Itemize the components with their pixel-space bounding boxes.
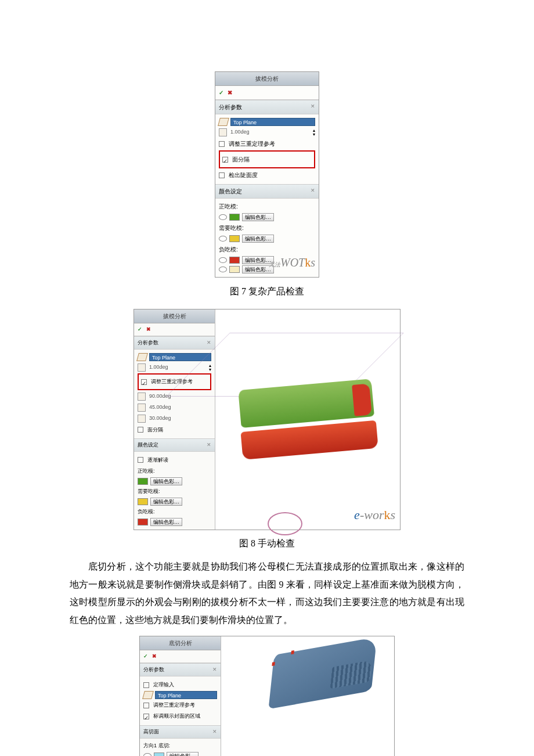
section-analysis-params: 分析参数 (134, 336, 215, 350)
highlight-checkbox[interactable] (143, 714, 149, 719)
figure-8-caption: 图 8 手动检查 (70, 535, 464, 552)
neg-draft-label: 负吃模: (138, 507, 211, 517)
section-color-settings: 颜色设定 (134, 438, 215, 452)
fig8-panel: 拔模分析 ✓ ✖ 分析参数 Top Plane 1.00deg▴▾ 调整三重定理… (134, 309, 215, 530)
adjust-ref-label: 调整三重定理参考 (229, 138, 275, 149)
fig8-viewport: e-works (215, 309, 400, 530)
highlighted-option: 面分隔 (219, 150, 315, 168)
coord-label: 定理输入 (153, 680, 174, 690)
need-draft-label: 需要吃模: (138, 487, 211, 496)
face-class-label: 面分隔 (147, 425, 163, 435)
d1-swatch[interactable] (154, 753, 164, 756)
model-top-half (268, 637, 377, 709)
adjust-label: 调整三重定理参考 (153, 700, 195, 710)
neg-draft-swatch[interactable] (229, 257, 240, 264)
d1-label: 方向1 底切: (143, 741, 217, 751)
edit-color-button[interactable]: 编辑色彩… (150, 477, 182, 485)
smooth-label: 逐渐解读 (147, 455, 168, 465)
fig9-viewport: e-works (221, 636, 394, 756)
figure-8: 拔模分析 ✓ ✖ 分析参数 Top Plane 1.00deg▴▾ 调整三重定理… (70, 307, 464, 530)
section-analysis-params: 分析参数 (215, 100, 319, 114)
spinner-icon[interactable]: ▴▾ (313, 128, 315, 136)
face-class-checkbox[interactable] (138, 427, 143, 433)
adjust-ref-checkbox[interactable] (141, 379, 147, 385)
angle-icon (138, 363, 146, 372)
adjust-ref-checkbox[interactable] (219, 141, 225, 147)
ok-icon[interactable]: ✓ (143, 653, 148, 659)
figure-7-caption: 图 7 复杂产品检查 (70, 283, 464, 300)
face-class-label: 面分隔 (232, 154, 250, 165)
plane-icon (136, 353, 148, 361)
smooth-checkbox[interactable] (138, 457, 143, 463)
panel-title: 拔模分析 (215, 72, 319, 86)
fig9-panel: 底切分析 ✓ ✖ 分析参数 定理输入 Top Plane 调整三重定理参考 标调… (140, 636, 221, 756)
figure-9: 底切分析 ✓ ✖ 分析参数 定理输入 Top Plane 调整三重定理参考 标调… (70, 633, 464, 756)
angle-value[interactable]: 1.00deg (229, 127, 311, 137)
direction-field[interactable]: Top Plane (230, 118, 315, 126)
panel-actions: ✓ ✖ (215, 86, 319, 100)
steep-row: 检出陡面度 (219, 170, 315, 181)
cancel-icon[interactable]: ✖ (146, 326, 151, 332)
steep-checkbox[interactable] (219, 172, 225, 178)
direction-field[interactable]: Top Plane (155, 691, 217, 699)
direction-row: Top Plane (219, 118, 315, 126)
tray-model (238, 379, 377, 460)
plane-icon (142, 691, 154, 699)
edit-color-button[interactable]: 编辑色彩… (242, 213, 274, 221)
eye-icon[interactable] (143, 753, 151, 756)
section-undercut-faces: 高切面 (140, 725, 221, 739)
edit-color-button[interactable]: 编辑色彩… (150, 518, 182, 526)
highlight-label: 标调顺示封面的区域 (153, 711, 200, 721)
edit-color-button[interactable]: 编辑色彩… (150, 498, 182, 506)
eye-icon[interactable] (219, 236, 227, 242)
figure-7: 拔模分析 ✓ ✖ 分析参数 Top Plane 1.00deg ▴▾ 调整三重定… (70, 71, 464, 278)
neg-swatch[interactable] (138, 519, 148, 525)
cancel-icon[interactable]: ✖ (152, 653, 157, 659)
panel-title: 底切分析 (140, 636, 221, 650)
edit-color-button[interactable]: 编辑色彩… (167, 752, 199, 756)
angle-icon (219, 128, 227, 136)
ok-icon[interactable]: ✓ (138, 326, 142, 332)
adjust-ref-row: 调整三重定理参考 (219, 138, 315, 149)
need-draft-swatch[interactable] (229, 235, 240, 242)
edit-color-button[interactable]: 编辑色彩… (242, 235, 274, 243)
cancel-icon[interactable]: ✖ (228, 89, 232, 96)
need-swatch[interactable] (138, 498, 148, 505)
angle-icon (138, 415, 146, 423)
annotation-circle (268, 512, 302, 535)
ok-icon[interactable]: ✓ (219, 89, 223, 96)
section-analysis-params: 分析参数 (140, 663, 221, 676)
watermark: e-works (354, 503, 395, 527)
draft-angle-row: 1.00deg ▴▾ (219, 127, 315, 137)
plane-icon (218, 118, 229, 126)
panel-title: 拔模分析 (134, 309, 215, 323)
need-draft-label: 需要吃模: (219, 222, 315, 233)
paragraph-undercut: 底切分析，这个功能主要就是协助我们将公母模仁无法直接成形的位置抓取出来，像这样的… (70, 558, 464, 629)
val3[interactable]: 30.00deg (148, 413, 211, 423)
val2[interactable]: 45.00deg (148, 402, 211, 412)
angle-icon (138, 404, 146, 412)
coord-checkbox[interactable] (143, 682, 149, 688)
extra-swatch[interactable] (229, 266, 240, 273)
adjust-checkbox[interactable] (143, 703, 149, 708)
eye-icon[interactable] (219, 214, 227, 220)
steep-label: 检出陡面度 (229, 170, 258, 181)
pos-swatch[interactable] (138, 478, 148, 485)
pos-draft-swatch[interactable] (229, 214, 240, 221)
eye-icon[interactable] (219, 267, 227, 272)
angle-icon (138, 393, 146, 401)
eye-icon[interactable] (219, 257, 227, 263)
section-color-settings: 颜色设定 (215, 184, 319, 199)
fig7-panel: 拔模分析 ✓ ✖ 分析参数 Top Plane 1.00deg ▴▾ 调整三重定… (215, 71, 319, 278)
pos-draft-label: 正吃模: (138, 466, 211, 476)
pos-draft-label: 正吃模: (219, 201, 315, 212)
face-class-checkbox[interactable] (222, 157, 228, 163)
